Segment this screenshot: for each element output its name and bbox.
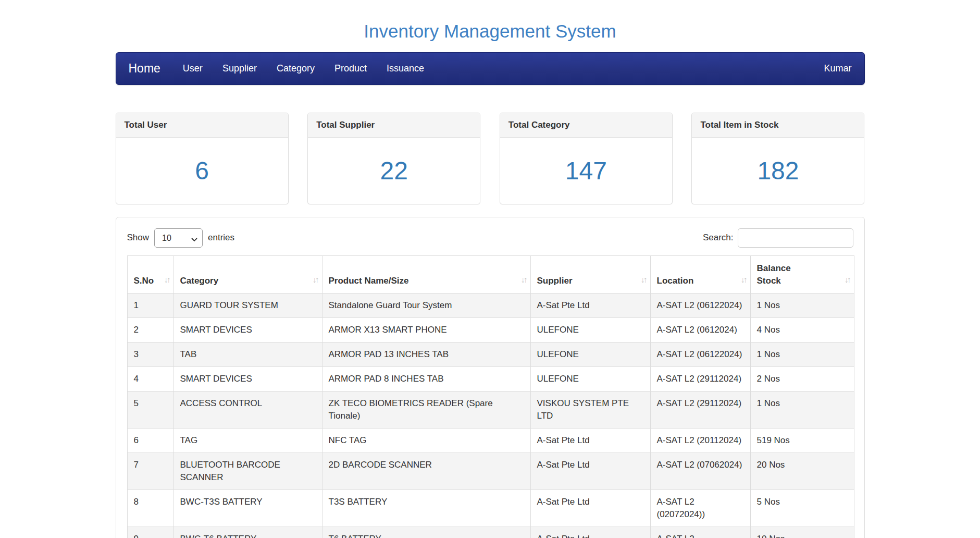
cell-sno: 8 xyxy=(127,490,173,527)
cell-balance: 1 Nos xyxy=(750,392,854,429)
nav-item-home[interactable]: Home xyxy=(127,62,173,76)
cell-supplier: ULEFONE xyxy=(530,318,650,343)
table-row: 7 BLUETOOTH BARCODE SCANNER 2D BARCODE S… xyxy=(127,453,854,490)
cell-product: ZK TECO BIOMETRICS READER (Spare Tionale… xyxy=(322,392,530,429)
cell-supplier: A-Sat Pte Ltd xyxy=(530,527,650,538)
cell-category: SMART DEVICES xyxy=(173,318,322,343)
cell-supplier: A-Sat Pte Ltd xyxy=(530,490,650,527)
nav-item-product[interactable]: Product xyxy=(325,63,377,74)
cell-product: ARMOR X13 SMART PHONE xyxy=(322,318,530,343)
cell-balance: 1 Nos xyxy=(750,294,854,318)
column-header-sno[interactable]: S.No↓↑ xyxy=(127,256,173,294)
cell-category: BWC-T3S BATTERY xyxy=(173,490,322,527)
table-search: Search: xyxy=(703,228,853,248)
column-header-location[interactable]: Location↓↑ xyxy=(650,256,750,294)
cell-product: 2D BARCODE SCANNER xyxy=(322,453,530,490)
nav-item-supplier[interactable]: Supplier xyxy=(213,63,267,74)
cell-category: TAB xyxy=(173,343,322,367)
cell-category: TAG xyxy=(173,429,322,453)
cell-sno: 5 xyxy=(127,392,173,429)
cell-product: ARMOR PAD 13 INCHES TAB xyxy=(322,343,530,367)
page-size-select-wrap: 10 xyxy=(154,228,203,248)
stat-card-title: Total Category xyxy=(500,113,672,138)
table-header-row: S.No↓↑ Category↓↑ Product Name/Size↓↑ Su… xyxy=(127,256,854,294)
cell-balance: 10 Nos xyxy=(750,527,854,538)
sort-icon[interactable]: ↓↑ xyxy=(741,274,746,286)
cell-category: BLUETOOTH BARCODE SCANNER xyxy=(173,453,322,490)
cell-sno: 7 xyxy=(127,453,173,490)
inventory-table-panel: Show 10 entries Search: xyxy=(116,217,865,538)
cell-sno: 4 xyxy=(127,367,173,392)
sort-icon[interactable]: ↓↑ xyxy=(164,274,169,286)
page-size-select[interactable]: 10 xyxy=(154,228,203,248)
inventory-table: S.No↓↑ Category↓↑ Product Name/Size↓↑ Su… xyxy=(127,255,854,538)
table-controls: Show 10 entries Search: xyxy=(127,228,853,248)
cell-balance: 20 Nos xyxy=(750,453,854,490)
cell-supplier: ULEFONE xyxy=(530,343,650,367)
cell-product: Standalone Guard Tour System xyxy=(322,294,530,318)
search-label: Search: xyxy=(703,233,734,243)
stat-card-title: Total Supplier xyxy=(308,113,480,138)
sort-icon[interactable]: ↓↑ xyxy=(521,274,526,286)
cell-location: A-SAT L2 (29112024) xyxy=(650,367,750,392)
cell-supplier: ULEFONE xyxy=(530,367,650,392)
sort-icon[interactable]: ↓↑ xyxy=(313,274,318,286)
cell-location: A-SAT L2 (29112024) xyxy=(650,392,750,429)
cell-category: ACCESS CONTROL xyxy=(173,392,322,429)
stat-card-value: 6 xyxy=(116,138,288,204)
cell-sno: 1 xyxy=(127,294,173,318)
stat-card-total-category: Total Category 147 xyxy=(500,113,673,204)
cell-location: A-SAT L2 (07062024) xyxy=(650,453,750,490)
cell-sno: 3 xyxy=(127,343,173,367)
cell-balance: 5 Nos xyxy=(750,490,854,527)
sort-icon[interactable]: ↓↑ xyxy=(845,274,850,286)
cell-sno: 6 xyxy=(127,429,173,453)
cell-balance: 4 Nos xyxy=(750,318,854,343)
cell-balance: 519 Nos xyxy=(750,429,854,453)
table-row: 4 SMART DEVICES ARMOR PAD 8 INCHES TAB U… xyxy=(127,367,854,392)
cell-category: BWC-T6 BATTERY xyxy=(173,527,322,538)
cell-location: A-SAT L2 (06122024) xyxy=(650,343,750,367)
table-row: 3 TAB ARMOR PAD 13 INCHES TAB ULEFONE A-… xyxy=(127,343,854,367)
nav-item-category[interactable]: Category xyxy=(267,63,325,74)
cell-supplier: A-Sat Pte Ltd xyxy=(530,294,650,318)
page-length-control: Show 10 entries xyxy=(127,228,235,248)
column-header-category[interactable]: Category↓↑ xyxy=(173,256,322,294)
nav-menu: Home User Supplier Category Product Issu… xyxy=(127,62,435,76)
cell-supplier: A-Sat Pte Ltd xyxy=(530,453,650,490)
sort-icon[interactable]: ↓↑ xyxy=(641,274,646,286)
column-header-product-name-size[interactable]: Product Name/Size↓↑ xyxy=(322,256,530,294)
cell-location: A-SAT L2 (02072024)) xyxy=(650,490,750,527)
table-row: 5 ACCESS CONTROL ZK TECO BIOMETRICS READ… xyxy=(127,392,854,429)
table-row: 1 GUARD TOUR SYSTEM Standalone Guard Tou… xyxy=(127,294,854,318)
stat-card-title: Total User xyxy=(116,113,288,138)
search-input[interactable] xyxy=(738,228,853,248)
column-header-balance-stock[interactable]: Balance Stock↓↑ xyxy=(750,256,854,294)
nav-user-kumar[interactable]: Kumar xyxy=(824,63,853,74)
nav-item-issuance[interactable]: Issuance xyxy=(377,63,434,74)
column-header-supplier[interactable]: Supplier↓↑ xyxy=(530,256,650,294)
stat-card-total-item-in-stock: Total Item in Stock 182 xyxy=(691,113,864,204)
cell-location: A-SAT L2 (20112024) xyxy=(650,429,750,453)
cell-category: SMART DEVICES xyxy=(173,367,322,392)
cell-balance: 2 Nos xyxy=(750,367,854,392)
navbar: Home User Supplier Category Product Issu… xyxy=(116,52,865,85)
cell-supplier: A-Sat Pte Ltd xyxy=(530,429,650,453)
cell-balance: 1 Nos xyxy=(750,343,854,367)
page-title: Inventory Management System xyxy=(116,21,865,42)
entries-label: entries xyxy=(208,233,234,243)
table-row: 8 BWC-T3S BATTERY T3S BATTERY A-Sat Pte … xyxy=(127,490,854,527)
cell-supplier: VISKOU SYSTEM PTE LTD xyxy=(530,392,650,429)
cell-product: T3S BATTERY xyxy=(322,490,530,527)
stat-card-value: 22 xyxy=(308,138,480,204)
cell-location: A-SAT L2 (06122024) xyxy=(650,294,750,318)
page: Inventory Management System Home User Su… xyxy=(116,21,865,538)
table-row: 9 BWC-T6 BATTERY T6 BATTERY A-Sat Pte Lt… xyxy=(127,527,854,538)
stat-card-total-supplier: Total Supplier 22 xyxy=(307,113,480,204)
cell-product: NFC TAG xyxy=(322,429,530,453)
cell-sno: 2 xyxy=(127,318,173,343)
table-row: 6 TAG NFC TAG A-Sat Pte Ltd A-SAT L2 (20… xyxy=(127,429,854,453)
nav-item-user[interactable]: User xyxy=(173,63,213,74)
stat-card-value: 147 xyxy=(500,138,672,204)
cell-category: GUARD TOUR SYSTEM xyxy=(173,294,322,318)
